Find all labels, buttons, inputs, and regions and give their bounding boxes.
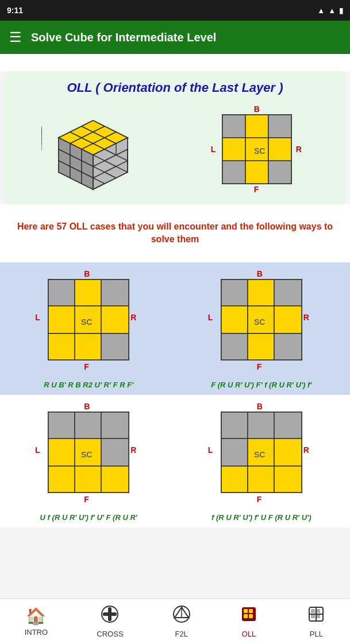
case-4-image: SC B L R F (207, 401, 316, 510)
svg-rect-73 (48, 466, 75, 492)
c4-label-f: F (257, 495, 262, 504)
cube-flat-svg: SC (205, 103, 309, 195)
nav-item-oll[interactable]: OLL (233, 600, 265, 643)
case-1-svg: SC (34, 268, 143, 374)
svg-text:SC: SC (254, 317, 265, 327)
case-1-formula: R U B' R B R2 U' R' F R F' (44, 381, 133, 389)
nav-label-pll: PLL (310, 630, 323, 638)
label-l: L (211, 145, 216, 154)
svg-rect-61 (274, 306, 302, 333)
nav-item-pll[interactable]: PLL (300, 600, 332, 643)
svg-rect-69 (101, 412, 129, 439)
svg-rect-84 (221, 466, 248, 492)
cases-grid-top: SC B L R F R U B' R B R2 U' R' F R F' (5, 268, 345, 389)
svg-rect-74 (75, 466, 101, 492)
f2l-icon (172, 605, 191, 627)
svg-rect-39 (268, 138, 291, 161)
svg-rect-96 (249, 609, 253, 613)
cases-section-blue: SC B L R F R U B' R B R2 U' R' F R F' (0, 262, 350, 395)
app-title: Solve Cube for Intermediate Level (31, 31, 216, 44)
svg-rect-67 (48, 412, 75, 439)
svg-rect-100 (311, 609, 315, 613)
nav-item-cross[interactable]: CROSS (90, 600, 130, 643)
svg-rect-101 (316, 609, 320, 613)
c3-label-l: L (35, 445, 40, 455)
cases-grid-bottom: SC B L R F U f (R U R' U') f' U' F (R U … (5, 401, 345, 522)
cross-icon (101, 605, 119, 627)
signal-icon: ▲ (328, 6, 336, 15)
menu-button[interactable]: ☰ (9, 29, 22, 45)
svg-rect-51 (48, 333, 75, 360)
svg-rect-59 (221, 306, 248, 333)
case-3-formula: U f (R U R' U') f' U' F (R U R' (40, 513, 137, 522)
bottom-nav: 🏠 INTRO CROSS F2L (0, 598, 350, 644)
c4-label-b: B (257, 402, 263, 411)
svg-rect-35 (245, 115, 268, 138)
case-2-formula: F (R U R' U') F' f (R U R' U') f' (211, 381, 311, 389)
nav-label-cross: CROSS (97, 630, 123, 638)
svg-rect-75 (101, 466, 129, 492)
cube-flat-image: SC B L R F (205, 103, 309, 195)
svg-text:SC: SC (254, 450, 265, 459)
svg-text:SC: SC (254, 146, 265, 156)
c3-label-r: R (130, 445, 136, 455)
svg-rect-95 (244, 609, 248, 613)
case-2-svg: SC (207, 268, 316, 374)
svg-rect-47 (101, 280, 129, 306)
spacer (0, 54, 350, 71)
case-3-image: SC B L R F (34, 401, 143, 510)
svg-rect-98 (249, 614, 253, 618)
case-3-svg: SC (34, 401, 143, 507)
pll-icon (307, 605, 325, 627)
c2-label-b: B (257, 269, 263, 278)
nav-item-f2l[interactable]: F2L (166, 600, 198, 643)
case-4-formula: f (R U R' U') f' U F (R U R' U') (211, 513, 311, 522)
svg-rect-45 (48, 280, 75, 306)
svg-rect-72 (101, 439, 129, 466)
svg-rect-78 (221, 412, 248, 439)
nav-label-intro: INTRO (25, 628, 48, 637)
svg-rect-70 (48, 439, 75, 466)
app-bar: ☰ Solve Cube for Intermediate Level (0, 21, 350, 54)
svg-rect-62 (221, 333, 248, 360)
svg-rect-85 (248, 466, 274, 492)
svg-rect-34 (222, 115, 245, 138)
case-item-3: SC B L R F U f (R U R' U') f' U' F (R U … (5, 401, 173, 522)
svg-rect-80 (274, 412, 302, 439)
battery-icon: ▮ (339, 6, 343, 15)
svg-rect-68 (75, 412, 101, 439)
oll-description: Here are 57 OLL cases that you will enco… (14, 220, 336, 246)
svg-rect-42 (268, 161, 291, 184)
svg-rect-79 (248, 412, 274, 439)
svg-rect-46 (75, 280, 101, 306)
c3-label-b: B (84, 402, 90, 411)
svg-rect-36 (268, 115, 291, 138)
status-bar: 9:11 ▲ ▲ ▮ (0, 0, 350, 21)
c4-label-r: R (303, 445, 309, 455)
svg-rect-102 (311, 614, 315, 618)
svg-rect-41 (245, 161, 268, 184)
c3-label-f: F (84, 495, 89, 504)
cube-3d-svg (41, 103, 145, 195)
case-item-4: SC B L R F f (R U R' U') f' U F (R U R' … (178, 401, 346, 522)
case-1-image: SC B L R F (34, 268, 143, 377)
svg-rect-52 (75, 333, 101, 360)
c2-label-r: R (303, 313, 309, 322)
nav-item-intro[interactable]: 🏠 INTRO (18, 602, 55, 641)
c2-label-l: L (208, 313, 213, 322)
c1-label-r: R (130, 313, 136, 322)
nav-label-oll: OLL (242, 630, 256, 638)
cube-3d-image (41, 103, 145, 195)
svg-rect-97 (244, 614, 248, 618)
svg-rect-83 (274, 439, 302, 466)
svg-text:SC: SC (81, 450, 92, 459)
nav-label-f2l: F2L (175, 630, 188, 638)
oll-description-section: Here are 57 OLL cases that you will enco… (0, 204, 350, 262)
c4-label-l: L (208, 445, 213, 455)
c1-label-b: B (84, 269, 90, 278)
svg-rect-56 (221, 280, 248, 306)
oll-title: OLL ( Orientation of the Last Layer ) (11, 80, 339, 95)
svg-rect-37 (222, 138, 245, 161)
case-4-svg: SC (207, 401, 316, 507)
svg-rect-53 (101, 333, 129, 360)
